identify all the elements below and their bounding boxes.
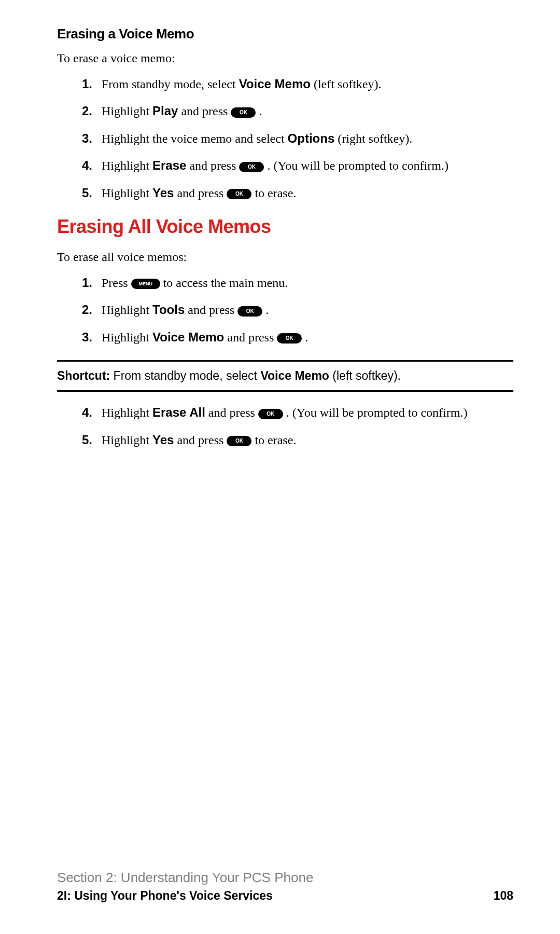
step-item: 4.Highlight Erase All and press OK . (Yo… [82, 404, 513, 421]
step-text: . [262, 303, 269, 317]
step-text: Press [102, 276, 131, 290]
intro-text-2: To erase all voice memos: [57, 250, 513, 264]
footer-section: Section 2: Understanding Your PCS Phone [57, 870, 513, 886]
step-text: Highlight [102, 331, 152, 344]
heading-erase-all: Erasing All Voice Memos [57, 216, 513, 238]
step-text: and press [224, 331, 277, 344]
ok-button-icon: OK [227, 436, 251, 446]
step-item: 4.Highlight Erase and press OK . (You wi… [82, 157, 513, 174]
step-text: Highlight [102, 159, 152, 172]
step-item: 2.Highlight Play and press OK . [82, 103, 513, 119]
step-number: 5. [82, 432, 92, 448]
step-bold: Yes [152, 433, 174, 447]
step-number: 4. [82, 157, 92, 174]
step-number: 1. [82, 274, 92, 291]
step-bold: Erase [152, 158, 186, 172]
step-bold: Tools [152, 303, 185, 317]
step-bold: Voice Memo [239, 77, 311, 91]
subheading-erase-memo: Erasing a Voice Memo [57, 26, 513, 42]
shortcut-box: Shortcut: From standby mode, select Voic… [57, 360, 513, 392]
step-text: (left softkey). [311, 77, 382, 91]
step-text: Highlight [102, 433, 152, 447]
step-text: . (You will be prompted to confirm.) [264, 159, 449, 172]
step-number: 3. [82, 329, 92, 346]
page-number: 108 [494, 889, 513, 903]
step-item: 5.Highlight Yes and press OK to erase. [82, 185, 513, 201]
steps-list-2b: 4.Highlight Erase All and press OK . (Yo… [82, 404, 513, 448]
step-text: From standby mode, select [102, 77, 239, 91]
step-text: Highlight [102, 406, 152, 419]
step-text: to erase. [251, 186, 296, 200]
shortcut-post: (left softkey). [329, 369, 401, 382]
step-number: 2. [82, 301, 92, 318]
step-text: . [256, 104, 262, 118]
step-text: Highlight [102, 104, 152, 118]
step-number: 4. [82, 404, 92, 421]
step-bold: Erase All [152, 405, 205, 419]
shortcut-pre: From standby mode, select [110, 369, 260, 382]
page-footer: Section 2: Understanding Your PCS Phone … [57, 870, 513, 903]
step-text: Highlight [102, 303, 152, 317]
step-bold: Play [152, 104, 178, 118]
ok-button-icon: OK [239, 162, 264, 172]
step-item: 3.Highlight Voice Memo and press OK . [82, 329, 513, 346]
step-number: 3. [82, 130, 92, 147]
manual-page: Erasing a Voice Memo To erase a voice me… [0, 0, 560, 934]
step-text: to erase. [251, 433, 296, 447]
step-number: 5. [82, 185, 92, 201]
ok-button-icon: OK [231, 107, 256, 118]
shortcut-bold: Voice Memo [260, 369, 329, 382]
intro-text: To erase a voice memo: [57, 51, 513, 65]
step-item: 2.Highlight Tools and press OK . [82, 301, 513, 318]
steps-list-2a: 1.Press MENU to access the main menu.2.H… [82, 274, 513, 346]
step-bold: Options [288, 131, 335, 145]
step-text: Highlight the voice memo and select [102, 132, 288, 145]
step-item: 1.Press MENU to access the main menu. [82, 274, 513, 291]
ok-button-icon: OK [258, 409, 283, 419]
step-text: . [302, 331, 308, 344]
ok-button-icon: OK [237, 306, 262, 317]
ok-button-icon: OK [227, 189, 251, 199]
shortcut-label: Shortcut: [57, 369, 110, 382]
step-text: and press [205, 406, 258, 419]
step-item: 1.From standby mode, select Voice Memo (… [82, 76, 513, 92]
step-item: 3.Highlight the voice memo and select Op… [82, 130, 513, 147]
step-bold: Voice Memo [152, 330, 224, 344]
step-text: and press [178, 104, 231, 118]
step-text: and press [174, 433, 227, 447]
menu-button-icon: MENU [131, 279, 160, 289]
step-number: 1. [82, 76, 92, 92]
step-bold: Yes [152, 186, 174, 200]
step-text: Highlight [102, 186, 152, 200]
step-text: and press [185, 303, 237, 317]
step-text: (right softkey). [334, 132, 412, 145]
step-text: and press [174, 186, 227, 200]
step-text: to access the main menu. [160, 276, 288, 290]
steps-list-1: 1.From standby mode, select Voice Memo (… [82, 76, 513, 201]
footer-chapter: 2I: Using Your Phone's Voice Services [57, 889, 273, 903]
ok-button-icon: OK [277, 333, 302, 344]
step-number: 2. [82, 103, 92, 119]
step-item: 5.Highlight Yes and press OK to erase. [82, 432, 513, 448]
step-text: and press [186, 159, 239, 172]
step-text: . (You will be prompted to confirm.) [283, 406, 468, 419]
